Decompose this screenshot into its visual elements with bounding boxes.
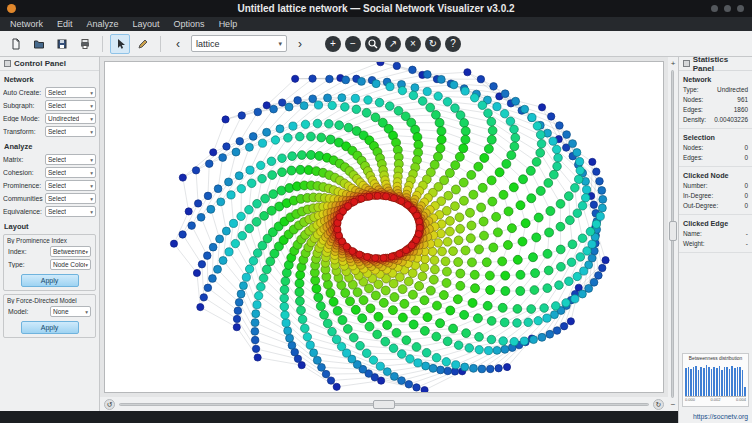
cohesion-select[interactable]: Select▾: [45, 167, 96, 178]
graph-node[interactable]: [533, 122, 541, 130]
menu-analyze[interactable]: Analyze: [80, 17, 126, 31]
graph-node[interactable]: [549, 137, 557, 145]
graph-node[interactable]: [418, 97, 427, 106]
graph-node[interactable]: [288, 342, 296, 350]
graph-node[interactable]: [544, 179, 553, 188]
graph-node[interactable]: [553, 327, 561, 335]
graph-node[interactable]: [478, 183, 487, 192]
graph-node[interactable]: [469, 190, 478, 199]
transform-select[interactable]: Select▾: [45, 126, 96, 137]
graph-node[interactable]: [249, 257, 258, 266]
graph-node[interactable]: [420, 296, 429, 305]
graph-node[interactable]: [459, 144, 468, 153]
graph-node[interactable]: [524, 318, 533, 327]
graph-node[interactable]: [346, 297, 355, 306]
graph-node[interactable]: [529, 253, 538, 262]
maximize-button[interactable]: [724, 5, 731, 12]
graph-node[interactable]: [423, 71, 431, 79]
graph-node[interactable]: [412, 343, 421, 352]
graph-node[interactable]: [281, 311, 289, 319]
graph-node[interactable]: [358, 314, 367, 323]
menu-edit[interactable]: Edit: [50, 17, 80, 31]
graph-node[interactable]: [185, 208, 192, 215]
graph-node[interactable]: [589, 158, 596, 165]
graph-node[interactable]: [382, 193, 389, 200]
graph-node[interactable]: [258, 139, 266, 147]
graph-node[interactable]: [456, 224, 465, 233]
apply-button[interactable]: Apply: [21, 274, 79, 287]
subgraph-select[interactable]: Select▾: [45, 100, 96, 111]
graph-node[interactable]: [428, 247, 437, 256]
graph-node[interactable]: [405, 380, 413, 388]
graph-node[interactable]: [598, 187, 606, 195]
graph-node[interactable]: [510, 125, 519, 134]
graph-node[interactable]: [236, 137, 244, 145]
graph-node[interactable]: [204, 284, 212, 292]
graph-node[interactable]: [210, 149, 217, 156]
graph-node[interactable]: [454, 258, 463, 267]
graph-node[interactable]: [513, 319, 522, 328]
graph-node[interactable]: [513, 305, 522, 314]
graph-node[interactable]: [200, 294, 207, 301]
graph-node[interactable]: [473, 314, 482, 323]
graph-node[interactable]: [510, 337, 518, 345]
network-visualization[interactable]: [104, 61, 664, 393]
graph-node[interactable]: [544, 266, 553, 275]
graph-node[interactable]: [442, 267, 451, 276]
graph-node[interactable]: [369, 356, 377, 364]
graph-node[interactable]: [257, 283, 266, 292]
graph-node[interactable]: [446, 217, 455, 226]
graph-node[interactable]: [352, 105, 361, 114]
graph-node[interactable]: [549, 170, 558, 179]
graph-node[interactable]: [306, 341, 314, 349]
graph-node[interactable]: [247, 179, 256, 188]
graph-node[interactable]: [504, 207, 513, 216]
graph-node[interactable]: [599, 195, 607, 203]
graph-node[interactable]: [227, 191, 235, 199]
graph-node[interactable]: [553, 162, 562, 171]
graph-node[interactable]: [285, 103, 293, 111]
graph-node[interactable]: [257, 161, 265, 169]
graph-node[interactable]: [249, 133, 257, 141]
graph-node[interactable]: [251, 336, 259, 344]
graph-node[interactable]: [467, 221, 476, 230]
graph-node[interactable]: [192, 167, 199, 174]
graph-node[interactable]: [263, 128, 271, 136]
graph-node[interactable]: [297, 151, 306, 160]
graph-node[interactable]: [478, 101, 487, 110]
graph-node[interactable]: [461, 246, 470, 255]
graph-node[interactable]: [426, 286, 435, 295]
graph-node[interactable]: [506, 117, 515, 126]
graph-node[interactable]: [429, 364, 437, 372]
graph-node[interactable]: [402, 336, 411, 345]
graph-node[interactable]: [239, 282, 247, 290]
graph-node[interactable]: [217, 198, 225, 206]
graph-node[interactable]: [420, 326, 429, 335]
graph-node[interactable]: [269, 190, 278, 199]
graph-node[interactable]: [501, 345, 509, 353]
rotate-left-button[interactable]: ↺: [104, 399, 115, 410]
graph-node[interactable]: [252, 217, 261, 226]
graph-node[interactable]: [408, 269, 417, 278]
graph-node[interactable]: [466, 234, 475, 243]
graph-node[interactable]: [436, 144, 445, 153]
relayout-button[interactable]: ↻: [425, 36, 441, 52]
graph-node[interactable]: [238, 112, 245, 119]
graph-node[interactable]: [446, 227, 455, 236]
graph-node[interactable]: [383, 368, 391, 376]
zoom-slider[interactable]: [668, 68, 678, 400]
apply-button[interactable]: Apply: [21, 321, 79, 334]
graph-node[interactable]: [554, 154, 563, 163]
graph-node[interactable]: [398, 377, 406, 385]
graph-node[interactable]: [495, 168, 504, 177]
graph-node[interactable]: [374, 192, 381, 199]
zoom-in-button[interactable]: +: [669, 59, 678, 68]
graph-node[interactable]: [469, 364, 477, 372]
graph-node[interactable]: [421, 255, 430, 264]
graph-node[interactable]: [582, 186, 590, 194]
graph-node[interactable]: [568, 240, 577, 249]
graph-node[interactable]: [437, 229, 446, 238]
graph-node[interactable]: [450, 81, 458, 89]
graph-node[interactable]: [569, 140, 577, 148]
graph-node[interactable]: [237, 185, 245, 193]
